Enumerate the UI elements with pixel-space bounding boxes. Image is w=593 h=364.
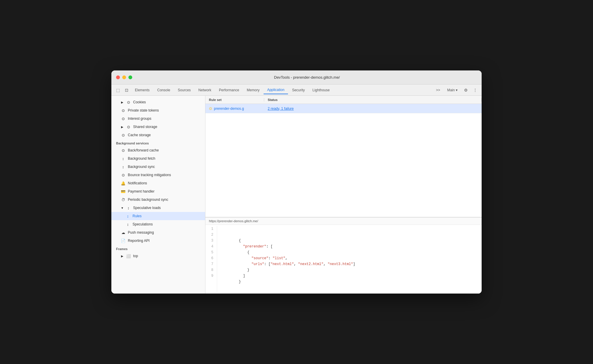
database-icon: ⊙ bbox=[121, 133, 125, 137]
inspect-icon[interactable]: ⬚ bbox=[114, 86, 122, 94]
tab-sources[interactable]: Sources bbox=[174, 86, 194, 94]
sync-icon: ↕ bbox=[126, 206, 131, 210]
sidebar-label-notifications: Notifications bbox=[128, 181, 147, 185]
database-icon: ⊙ bbox=[121, 148, 125, 153]
traffic-lights bbox=[116, 75, 132, 79]
sidebar-label-top: top bbox=[133, 254, 138, 258]
sidebar-item-push-messaging[interactable]: ☁ Push messaging bbox=[111, 228, 205, 237]
sidebar-label-bounce-tracking: Bounce tracking mitigations bbox=[128, 173, 171, 177]
sidebar-label-reporting-api: Reporting API bbox=[128, 239, 150, 243]
sidebar-label-background-fetch: Background fetch bbox=[128, 156, 155, 161]
status-link[interactable]: 2 ready, 1 failure bbox=[268, 107, 294, 111]
code-body: 1 2 3 4 5 6 7 8 9 { "prerender": [ { bbox=[205, 225, 482, 294]
chevron-down-icon: ▼ bbox=[121, 206, 124, 210]
sidebar-label-cookies: Cookies bbox=[133, 100, 146, 104]
sidebar-label-back-forward-cache: Back/forward cache bbox=[128, 148, 159, 152]
frame-icon: ⬜ bbox=[126, 254, 131, 258]
content-area: Rule set Status ⊙ prerender-demos.g 2 re… bbox=[205, 96, 482, 294]
column-header-rule-set: Rule set bbox=[205, 98, 264, 102]
window-title: DevTools - prerender-demos.glitch.me/ bbox=[137, 75, 477, 80]
chevron-right-icon: ▶ bbox=[121, 125, 124, 129]
sidebar-label-interest-groups: Interest groups bbox=[128, 117, 151, 121]
sidebar-item-notifications[interactable]: 🔔 Notifications bbox=[111, 179, 205, 187]
tab-lighthouse[interactable]: Lighthouse bbox=[309, 86, 333, 94]
sidebar-label-background-sync: Background sync bbox=[128, 165, 155, 169]
sidebar-item-interest-groups[interactable]: ⊙ Interest groups bbox=[111, 114, 205, 123]
tab-console[interactable]: Console bbox=[154, 86, 174, 94]
document-icon: 📄 bbox=[121, 239, 125, 243]
tab-network[interactable]: Network bbox=[195, 86, 215, 94]
sidebar-label-speculations: Speculations bbox=[133, 222, 153, 226]
sidebar-item-bounce-tracking[interactable]: ⊙ Bounce tracking mitigations bbox=[111, 171, 205, 179]
chevron-right-icon: ▶ bbox=[121, 255, 124, 258]
title-bar: DevTools - prerender-demos.glitch.me/ bbox=[111, 70, 482, 85]
code-area: https://prerender-demos.glitch.me/ 1 2 3… bbox=[205, 217, 482, 294]
device-icon[interactable]: ⊡ bbox=[123, 86, 131, 94]
sidebar-label-rules: Rules bbox=[133, 214, 142, 218]
chevron-right-icon: ▶ bbox=[121, 101, 124, 104]
section-label-background-services: Background services bbox=[111, 139, 205, 146]
sidebar-label-shared-storage: Shared storage bbox=[133, 125, 157, 129]
code-url: https://prerender-demos.glitch.me/ bbox=[205, 218, 482, 225]
sidebar-item-top[interactable]: ▶ ⬜ top bbox=[111, 252, 205, 260]
bell-icon: 🔔 bbox=[121, 181, 125, 186]
main-area: ▶ ⊙ Cookies ⊙ Private state tokens ⊙ Int… bbox=[111, 96, 482, 294]
tab-application[interactable]: Application bbox=[264, 86, 288, 94]
line-numbers: 1 2 3 4 5 6 7 8 9 bbox=[205, 226, 217, 292]
sidebar-label-payment-handler: Payment handler bbox=[128, 189, 155, 193]
table-header: Rule set Status bbox=[205, 96, 482, 104]
sidebar-item-payment-handler[interactable]: 💳 Payment handler bbox=[111, 187, 205, 196]
tab-memory[interactable]: Memory bbox=[243, 86, 263, 94]
sidebar-item-background-sync[interactable]: ↕ Background sync bbox=[111, 163, 205, 171]
sidebar-item-shared-storage[interactable]: ▶ ⊙ Shared storage bbox=[111, 123, 205, 131]
devtools-window: DevTools - prerender-demos.glitch.me/ ⬚ … bbox=[111, 70, 482, 294]
database-icon: ⊙ bbox=[121, 108, 125, 113]
tab-performance[interactable]: Performance bbox=[215, 86, 243, 94]
tab-elements[interactable]: Elements bbox=[131, 86, 153, 94]
sidebar-label-cache-storage: Cache storage bbox=[128, 133, 151, 137]
sidebar-item-speculative-loads[interactable]: ▼ ↕ Speculative loads bbox=[111, 204, 205, 212]
sidebar-label-speculative-loads: Speculative loads bbox=[133, 206, 161, 210]
database-icon: ⊙ bbox=[121, 117, 125, 121]
maximize-button[interactable] bbox=[128, 75, 132, 79]
sidebar-item-speculations[interactable]: ↕ Speculations bbox=[111, 220, 205, 228]
sidebar-label-private-state-tokens: Private state tokens bbox=[128, 108, 159, 112]
close-button[interactable] bbox=[116, 75, 120, 79]
sync-icon: ↕ bbox=[121, 165, 125, 169]
table-row[interactable]: ⊙ prerender-demos.g 2 ready, 1 failure bbox=[205, 104, 482, 113]
column-header-status: Status bbox=[264, 98, 482, 102]
main-dropdown[interactable]: Main ▾ bbox=[444, 87, 460, 93]
settings-icon[interactable]: ⚙ bbox=[462, 86, 470, 94]
more-tabs-button[interactable]: >> bbox=[433, 87, 443, 93]
sync-icon: ↕ bbox=[121, 156, 125, 161]
sidebar-item-rules[interactable]: ↕ Rules bbox=[111, 212, 205, 220]
sidebar-label-periodic-background-sync: Periodic background sync bbox=[128, 198, 168, 202]
sidebar-item-reporting-api[interactable]: 📄 Reporting API bbox=[111, 237, 205, 245]
sidebar-item-background-fetch[interactable]: ↕ Background fetch bbox=[111, 154, 205, 163]
warning-icon: ⊙ bbox=[209, 106, 212, 111]
cloud-icon: ☁ bbox=[121, 230, 125, 235]
minimize-button[interactable] bbox=[122, 75, 126, 79]
table-cell-rule-set: ⊙ prerender-demos.g bbox=[205, 106, 264, 111]
tab-bar: ⬚ ⊡ Elements Console Sources Network Per… bbox=[111, 85, 482, 96]
database-icon: ⊙ bbox=[121, 173, 125, 177]
sidebar-item-cache-storage[interactable]: ⊙ Cache storage bbox=[111, 131, 205, 139]
sidebar-label-push-messaging: Push messaging bbox=[128, 230, 154, 235]
tab-right-controls: >> Main ▾ ⚙ ⋮ bbox=[433, 86, 479, 94]
rule-set-link[interactable]: prerender-demos.g bbox=[214, 107, 244, 111]
sidebar-item-private-state-tokens[interactable]: ⊙ Private state tokens bbox=[111, 106, 205, 114]
sidebar-item-back-forward-cache[interactable]: ⊙ Back/forward cache bbox=[111, 146, 205, 154]
table-area: Rule set Status ⊙ prerender-demos.g 2 re… bbox=[205, 96, 482, 217]
table-cell-status: 2 ready, 1 failure bbox=[264, 107, 482, 111]
clock-icon: ⏱ bbox=[121, 198, 125, 202]
sidebar: ▶ ⊙ Cookies ⊙ Private state tokens ⊙ Int… bbox=[111, 96, 205, 294]
sidebar-item-periodic-background-sync[interactable]: ⏱ Periodic background sync bbox=[111, 196, 205, 204]
card-icon: 💳 bbox=[121, 189, 125, 194]
sync-icon: ↕ bbox=[125, 222, 130, 227]
more-menu-icon[interactable]: ⋮ bbox=[471, 86, 479, 94]
code-content: { "prerender": [ { "source": "list", "ur… bbox=[217, 226, 360, 292]
sync-icon: ↕ bbox=[125, 214, 130, 218]
tab-security[interactable]: Security bbox=[289, 86, 308, 94]
sidebar-item-cookies[interactable]: ▶ ⊙ Cookies bbox=[111, 98, 205, 106]
database-icon: ⊙ bbox=[126, 100, 131, 105]
